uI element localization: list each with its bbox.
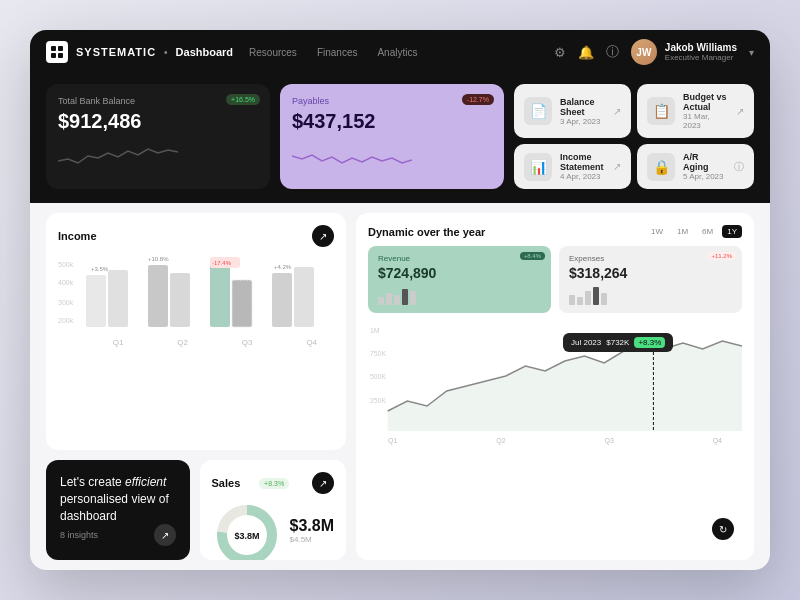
- svg-rect-14: [210, 263, 230, 327]
- header-right: ⚙ 🔔 ⓘ JW Jakob Williams Executive Manage…: [554, 39, 754, 65]
- payables-card: Payables $437,152 -12.7%: [280, 84, 504, 189]
- revenue-mini-bars: [378, 285, 541, 305]
- nav-finances[interactable]: Finances: [317, 47, 358, 58]
- doc-info: Budget vs Actual 31 Mar, 2023: [683, 92, 728, 130]
- svg-text:750K: 750K: [370, 350, 386, 357]
- chart-quarters: Q1 Q2 Q3 Q4: [58, 338, 334, 347]
- user-name: Jakob Williams: [665, 42, 737, 53]
- svg-rect-9: [108, 270, 128, 327]
- doc-date: 3 Apr, 2023: [560, 117, 605, 126]
- bell-icon[interactable]: 🔔: [578, 45, 594, 60]
- svg-rect-0: [51, 46, 56, 51]
- doc-date: 4 Apr, 2023: [560, 172, 605, 181]
- bank-balance-badge: +16.5%: [226, 94, 260, 105]
- revenue-badge: +8.4%: [520, 252, 545, 260]
- income-expand-button[interactable]: ↗: [312, 225, 334, 247]
- expenses-value: $318,264: [569, 265, 627, 281]
- doc-name: A/R Aging: [683, 152, 726, 172]
- doc-info: A/R Aging 5 Apr, 2023: [683, 152, 726, 181]
- brand-name: SYSTEMATIC: [76, 46, 156, 58]
- svg-rect-1: [58, 46, 63, 51]
- doc-action-icon[interactable]: ↗: [613, 161, 621, 172]
- nav-active[interactable]: Dashboard: [176, 46, 233, 58]
- chevron-down-icon[interactable]: ▾: [749, 47, 754, 58]
- top-section: Total Bank Balance $912,486 +16.5% Payab…: [30, 74, 770, 203]
- svg-text:400k: 400k: [58, 279, 74, 286]
- sales-expand-button[interactable]: ↗: [312, 472, 334, 494]
- user-info: Jakob Williams Executive Manager: [665, 42, 737, 62]
- revenue-card: Revenue $724,890 +8.4%: [368, 246, 551, 313]
- svg-rect-18: [272, 273, 292, 327]
- insight-expand-button[interactable]: ↗: [154, 524, 176, 546]
- x-label-q3: Q3: [604, 437, 613, 444]
- quarter-q2: Q2: [160, 338, 205, 347]
- sales-donut-chart: $3.8M: [212, 500, 282, 560]
- revenue-label: Revenue: [378, 254, 541, 263]
- svg-rect-3: [58, 53, 63, 58]
- insight-footer: 8 insights ↗: [60, 524, 176, 546]
- nav-resources[interactable]: Resources: [249, 47, 297, 58]
- revenue-value: $724,890: [378, 265, 436, 281]
- dynamic-title: Dynamic over the year: [368, 226, 485, 238]
- docs-grid: 📄 Balance Sheet 3 Apr, 2023 ↗ 📋 Budget v…: [514, 84, 754, 189]
- doc-ar-aging[interactable]: 🔒 A/R Aging 5 Apr, 2023 ⓘ: [637, 144, 754, 189]
- doc-action-icon[interactable]: ⓘ: [734, 160, 744, 174]
- expenses-card: Expenses $318,264 +11.2%: [559, 246, 742, 313]
- bank-balance-sparkline: [58, 141, 258, 175]
- x-label-q2: Q2: [496, 437, 505, 444]
- income-card: Income ↗ 500k 400k 300k 200k +3.5%: [46, 213, 346, 450]
- time-filters: 1W 1M 6M 1Y: [646, 225, 742, 238]
- main-content: Income ↗ 500k 400k 300k 200k +3.5%: [30, 203, 770, 570]
- quarter-q4: Q4: [289, 338, 334, 347]
- svg-text:250K: 250K: [370, 397, 386, 404]
- svg-text:$3.8M: $3.8M: [234, 531, 259, 541]
- area-chart: 1M 750K 500K 250K: [368, 321, 742, 548]
- budget-actual-icon: 📋: [647, 97, 675, 125]
- income-statement-icon: 📊: [524, 153, 552, 181]
- time-6m[interactable]: 6M: [697, 225, 718, 238]
- income-title: Income: [58, 230, 97, 242]
- logo-area: SYSTEMATIC: [46, 41, 156, 63]
- nav-analytics[interactable]: Analytics: [377, 47, 417, 58]
- insight-card: Let's create efficient personalised view…: [46, 460, 190, 560]
- user-area: JW Jakob Williams Executive Manager ▾: [631, 39, 754, 65]
- x-label-q4: Q4: [713, 437, 722, 444]
- sales-header: Sales +8.3% ↗: [212, 472, 334, 494]
- sales-title: Sales: [212, 477, 241, 489]
- svg-text:500k: 500k: [58, 261, 74, 268]
- svg-text:-17.4%: -17.4%: [212, 260, 232, 266]
- doc-income-statement[interactable]: 📊 Income Statement 4 Apr, 2023 ↗: [514, 144, 631, 189]
- doc-date: 5 Apr, 2023: [683, 172, 726, 181]
- income-bar-chart: 500k 400k 300k 200k +3.5% +10.8%: [58, 255, 334, 330]
- time-1m[interactable]: 1M: [672, 225, 693, 238]
- doc-balance-sheet[interactable]: 📄 Balance Sheet 3 Apr, 2023 ↗: [514, 84, 631, 138]
- doc-action-icon[interactable]: ↗: [736, 106, 744, 117]
- doc-budget-actual[interactable]: 📋 Budget vs Actual 31 Mar, 2023 ↗: [637, 84, 754, 138]
- settings-icon[interactable]: ⚙: [554, 45, 566, 60]
- ar-aging-icon: 🔒: [647, 153, 675, 181]
- dynamic-header: Dynamic over the year 1W 1M 6M 1Y: [368, 225, 742, 238]
- logo-icon: [46, 41, 68, 63]
- chart-x-labels: Q1 Q2 Q3 Q4: [368, 437, 742, 444]
- time-1w[interactable]: 1W: [646, 225, 668, 238]
- svg-rect-8: [86, 275, 106, 327]
- insight-title: Let's create efficient personalised view…: [60, 474, 176, 524]
- tooltip-date: Jul 2023: [571, 338, 601, 347]
- nav-dot: •: [164, 47, 168, 58]
- time-1y[interactable]: 1Y: [722, 225, 742, 238]
- svg-text:200k: 200k: [58, 317, 74, 324]
- nav-items: Resources Finances Analytics: [249, 47, 417, 58]
- payables-value: $437,152: [292, 110, 492, 133]
- svg-text:300k: 300k: [58, 299, 74, 306]
- insights-count: 8 insights: [60, 530, 98, 540]
- dynamic-card: Dynamic over the year 1W 1M 6M 1Y Revenu…: [356, 213, 754, 560]
- info-icon[interactable]: ⓘ: [606, 43, 619, 61]
- header: SYSTEMATIC • Dashboard Resources Finance…: [30, 30, 770, 74]
- chart-tooltip: Jul 2023 $732K +8.3%: [563, 333, 673, 352]
- payables-sparkline: [292, 141, 492, 175]
- bank-balance-card: Total Bank Balance $912,486 +16.5%: [46, 84, 270, 189]
- dynamic-expand-button[interactable]: ↻: [712, 518, 734, 540]
- doc-action-icon[interactable]: ↗: [613, 106, 621, 117]
- tooltip-change: +8.3%: [634, 337, 665, 348]
- svg-text:+3.5%: +3.5%: [91, 266, 109, 272]
